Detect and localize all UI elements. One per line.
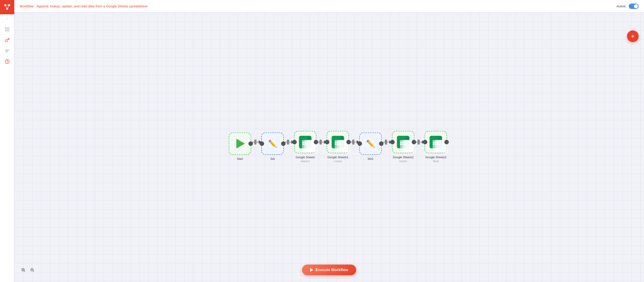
workflow-title: Append, lookup, update, and read data fr… — [37, 4, 148, 8]
line-seg — [256, 142, 259, 142]
sidebar-item-workflows[interactable] — [2, 46, 12, 56]
node-gsheets3-output-dot — [444, 140, 449, 144]
node-set[interactable]: ✏️ — [262, 133, 284, 155]
sidebar-item-network[interactable] — [2, 24, 12, 34]
node-set1-input-dot — [358, 141, 362, 146]
node-gsheets3-wrapper: Google Sheets3 Read — [425, 131, 447, 162]
svg-rect-7 — [8, 28, 9, 29]
play-icon — [236, 139, 245, 149]
node-start-wrapper: Start — [229, 133, 251, 161]
mini-rect — [352, 140, 354, 145]
node-set-input-dot — [260, 141, 264, 146]
mini-rect — [254, 140, 256, 145]
node-gsheets3-input-dot — [423, 140, 427, 144]
workflow-prefix: Workflow: — [20, 4, 34, 8]
chevron-right-icon: › — [6, 17, 8, 20]
node-gsheets[interactable] — [294, 131, 316, 153]
node-gsheets-output-dot — [314, 140, 318, 144]
node-gsheets2-input-dot — [390, 140, 395, 144]
node-gsheets1-input-dot — [325, 140, 330, 144]
mini-rect — [385, 140, 387, 145]
node-start-label: Start — [237, 157, 243, 161]
node-set-label: Set — [270, 157, 275, 161]
node-gsheets2-wrapper: Google Sheets2 Update — [392, 131, 414, 162]
node-gsheets1-wrapper: Google Sheets1 Lookup — [327, 131, 349, 162]
google-sheets-icon — [299, 136, 312, 148]
line-seg — [387, 142, 389, 142]
svg-line-5 — [7, 5, 9, 9]
workflow-canvas[interactable]: + Start ✏️ — [14, 13, 644, 282]
node-gsheets1-label: Google Sheets1 — [327, 156, 348, 159]
execute-workflow-button[interactable]: Execute Workflow — [302, 264, 356, 275]
svg-rect-8 — [5, 30, 6, 31]
line-seg — [354, 142, 357, 142]
node-gsheets1[interactable] — [327, 131, 349, 153]
node-set1-output-dot — [379, 141, 384, 146]
node-gsheets2-sublabel: Update — [399, 160, 407, 162]
node-gsheets-wrapper: Google Sheets Append — [294, 131, 316, 162]
node-gsheets1-output-dot — [346, 140, 351, 144]
node-gsheets3-sublabel: Read — [433, 160, 439, 162]
node-start-output-dot — [248, 141, 253, 146]
sidebar-toggle[interactable]: › — [0, 14, 14, 23]
active-toggle-area: Active: — [616, 4, 639, 9]
svg-line-21 — [33, 271, 34, 272]
sidebar: › — [0, 0, 14, 282]
node-set1-label: Set1 — [368, 157, 374, 161]
main-content: Workflow: Append, lookup, update, and re… — [14, 0, 644, 282]
header: Workflow: Append, lookup, update, and re… — [14, 0, 644, 13]
zoom-in-button[interactable] — [20, 266, 27, 273]
svg-rect-9 — [8, 30, 9, 31]
workflow-title-bar: Workflow: Append, lookup, update, and re… — [20, 4, 148, 8]
execute-play-icon — [310, 268, 313, 272]
pencil1-icon: ✏️ — [366, 139, 375, 148]
execute-workflow-label: Execute Workflow — [316, 268, 348, 272]
svg-line-4 — [5, 5, 7, 9]
node-gsheets3[interactable] — [425, 131, 447, 153]
mini-rect — [287, 140, 289, 145]
google-sheets1-icon — [332, 136, 344, 148]
line-seg — [420, 142, 422, 142]
zoom-controls — [20, 266, 36, 273]
sidebar-item-credentials[interactable] — [2, 35, 12, 45]
node-gsheets2-output-dot — [412, 140, 416, 144]
pencil-icon: ✏️ — [268, 139, 277, 148]
active-toggle[interactable] — [629, 4, 639, 9]
bottom-bar: Execute Workflow — [14, 264, 644, 275]
node-gsheets-label: Google Sheets — [296, 156, 315, 159]
google-sheets3-icon — [430, 136, 442, 148]
line-seg — [289, 142, 291, 142]
node-set-output-dot — [281, 141, 286, 146]
add-node-button[interactable]: + — [627, 31, 639, 42]
svg-line-17 — [24, 271, 25, 272]
node-gsheets-input-dot — [292, 140, 297, 144]
node-start[interactable] — [229, 133, 251, 155]
node-set1-wrapper: ✏️ Set1 — [359, 133, 382, 161]
sidebar-nav — [0, 23, 14, 67]
svg-rect-6 — [5, 28, 6, 29]
node-set-wrapper: ✏️ Set — [262, 133, 284, 161]
zoom-out-button[interactable] — [28, 266, 36, 273]
mini-rect — [418, 140, 420, 145]
node-gsheets2-label: Google Sheets2 — [393, 156, 414, 159]
node-set1[interactable]: ✏️ — [359, 133, 382, 155]
workflow-flow: Start ✏️ Set — [229, 131, 447, 162]
node-gsheets1-sublabel: Lookup — [334, 160, 342, 162]
line-seg — [322, 142, 324, 142]
app-logo[interactable] — [0, 0, 14, 14]
node-gsheets2[interactable] — [392, 131, 414, 153]
mini-rect — [320, 140, 322, 145]
node-gsheets-sublabel: Append — [301, 160, 310, 162]
active-label: Active: — [616, 4, 626, 8]
google-sheets2-icon — [397, 136, 410, 148]
node-gsheets3-label: Google Sheets3 — [425, 156, 446, 159]
sidebar-item-help[interactable] — [2, 57, 12, 67]
